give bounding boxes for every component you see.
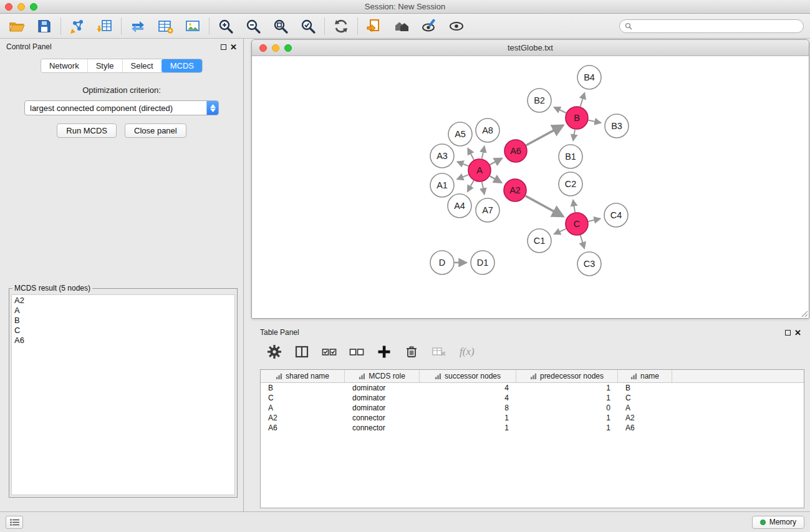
result-list-item[interactable]: C bbox=[14, 326, 234, 336]
zoom-in-button[interactable] bbox=[215, 16, 236, 36]
table-row[interactable]: Cdominator41C bbox=[261, 393, 804, 403]
table-cell[interactable]: A bbox=[261, 404, 345, 412]
home-button[interactable] bbox=[391, 16, 412, 36]
import-network-button[interactable] bbox=[67, 16, 88, 36]
result-list-item[interactable]: B bbox=[14, 316, 234, 326]
resize-handle[interactable] bbox=[799, 309, 808, 317]
column-header[interactable]: successor nodes bbox=[420, 370, 516, 382]
graph-node-A2[interactable]: A2 bbox=[504, 179, 526, 201]
import-table-button[interactable] bbox=[94, 16, 115, 36]
table-cell[interactable]: 1 bbox=[420, 423, 516, 432]
network-window-titlebar[interactable]: testGlobe.txt bbox=[252, 40, 809, 56]
graph-node-A5[interactable]: A5 bbox=[448, 122, 472, 146]
column-header[interactable]: shared name bbox=[261, 370, 345, 382]
graph-edge-B-B4[interactable] bbox=[581, 93, 585, 107]
graph-node-A8[interactable]: A8 bbox=[476, 118, 499, 142]
zoom-fit-button[interactable] bbox=[270, 16, 291, 36]
search-input[interactable] bbox=[635, 21, 798, 31]
graph-edge-A2-C[interactable] bbox=[526, 196, 563, 216]
table-cell[interactable]: A2 bbox=[261, 414, 345, 422]
table-cell[interactable]: dominator bbox=[345, 384, 420, 392]
tab-style[interactable]: Style bbox=[87, 59, 122, 72]
graph-node-A3[interactable]: A3 bbox=[430, 144, 454, 168]
graph-edge-B-B1[interactable] bbox=[573, 130, 575, 141]
graph-edge-A-A5[interactable] bbox=[468, 148, 474, 160]
session-document-button[interactable] bbox=[364, 16, 385, 36]
zoom-window-button[interactable] bbox=[284, 44, 292, 52]
task-history-button[interactable] bbox=[6, 516, 23, 529]
zoom-window-button[interactable] bbox=[30, 3, 37, 11]
table-cell[interactable]: C bbox=[261, 394, 345, 402]
graph-edge-C-C4[interactable] bbox=[589, 219, 600, 221]
table-cell[interactable]: connector bbox=[345, 414, 420, 422]
graph-node-A1[interactable]: A1 bbox=[430, 173, 454, 197]
close-panel-icon[interactable]: ✕ bbox=[794, 329, 801, 337]
result-list-item[interactable]: A6 bbox=[14, 336, 234, 346]
graph-edge-A-A7[interactable] bbox=[482, 182, 485, 195]
network-table-button[interactable] bbox=[155, 16, 176, 36]
criterion-dropdown[interactable]: largest connected component (directed) bbox=[24, 100, 219, 115]
float-panel-icon[interactable] bbox=[785, 330, 791, 336]
graph-edge-A-A2[interactable] bbox=[490, 176, 502, 183]
hide-graphics-details-button[interactable] bbox=[446, 16, 467, 36]
graph-edge-A-A1[interactable] bbox=[457, 175, 468, 179]
delete-column-button[interactable] bbox=[402, 343, 421, 360]
graph-node-A7[interactable]: A7 bbox=[476, 198, 499, 222]
table-cell[interactable]: dominator bbox=[345, 404, 420, 412]
graph-edge-C-C2[interactable] bbox=[573, 200, 575, 213]
table-cell[interactable]: 4 bbox=[420, 394, 516, 402]
close-panel-button[interactable]: Close panel bbox=[125, 123, 186, 138]
table-cell[interactable]: 4 bbox=[420, 384, 516, 392]
table-cell[interactable]: 1 bbox=[516, 394, 618, 402]
graph-node-A[interactable]: A bbox=[468, 159, 491, 181]
graph-node-A4[interactable]: A4 bbox=[448, 194, 471, 218]
image-export-button[interactable] bbox=[182, 16, 203, 36]
function-builder-button[interactable]: f(x) bbox=[457, 346, 475, 358]
refresh-network-button[interactable] bbox=[330, 16, 352, 36]
result-list-item[interactable]: A2 bbox=[14, 296, 234, 306]
table-cell[interactable]: 1 bbox=[516, 414, 618, 422]
graph-edge-A-A6[interactable] bbox=[490, 158, 502, 165]
table-cell[interactable]: C bbox=[618, 394, 672, 402]
column-header[interactable]: name bbox=[618, 370, 672, 382]
graph-node-A6[interactable]: A6 bbox=[504, 140, 527, 162]
graph-edge-A-A4[interactable] bbox=[468, 181, 474, 192]
graph-node-D1[interactable]: D1 bbox=[471, 251, 494, 274]
table-settings-button[interactable] bbox=[265, 343, 284, 360]
network-transfer-button[interactable] bbox=[127, 16, 148, 36]
graph-node-B1[interactable]: B1 bbox=[559, 145, 582, 168]
show-graphics-details-button[interactable] bbox=[418, 16, 440, 36]
search-field[interactable] bbox=[619, 19, 804, 33]
table-cell[interactable]: dominator bbox=[345, 394, 420, 402]
table-cell[interactable]: A2 bbox=[618, 414, 672, 422]
table-cell[interactable]: 1 bbox=[516, 384, 618, 392]
graph-edge-A6-B[interactable] bbox=[526, 125, 563, 145]
minimize-window-button[interactable] bbox=[272, 44, 279, 52]
graph-edge-C-C3[interactable] bbox=[581, 235, 585, 248]
network-canvas[interactable]: B4B2BB3A5A8A6B1A3AC2A1A2A4A7C4CC1C3DD1 bbox=[252, 56, 809, 318]
save-session-button[interactable] bbox=[34, 16, 55, 36]
table-cell[interactable]: A6 bbox=[261, 423, 345, 432]
table-cell[interactable]: 1 bbox=[420, 414, 516, 422]
memory-button[interactable]: Memory bbox=[752, 516, 804, 529]
column-visibility-button[interactable] bbox=[292, 343, 311, 360]
result-list-item[interactable]: A bbox=[14, 306, 234, 316]
mcds-result-list[interactable]: A2ABCA6 bbox=[11, 294, 235, 495]
table-row[interactable]: Adominator80A bbox=[261, 403, 804, 413]
table-row[interactable]: A2connector11A2 bbox=[261, 413, 804, 423]
close-window-button[interactable] bbox=[5, 3, 12, 11]
table-cell[interactable]: 1 bbox=[516, 423, 618, 432]
tab-network[interactable]: Network bbox=[41, 59, 87, 72]
table-cell[interactable]: B bbox=[261, 384, 345, 392]
graph-node-C1[interactable]: C1 bbox=[528, 229, 551, 253]
graph-node-C[interactable]: C bbox=[566, 213, 588, 235]
tab-select[interactable]: Select bbox=[122, 59, 162, 72]
graph-node-B[interactable]: B bbox=[566, 107, 588, 129]
minimize-window-button[interactable] bbox=[17, 3, 25, 11]
close-panel-icon[interactable]: ✕ bbox=[230, 43, 237, 51]
graph-node-C3[interactable]: C3 bbox=[577, 252, 601, 276]
graph-node-B2[interactable]: B2 bbox=[528, 89, 551, 112]
table-row[interactable]: A6connector11A6 bbox=[261, 423, 804, 433]
table-cell[interactable]: 0 bbox=[516, 404, 618, 412]
table-cell[interactable]: connector bbox=[345, 423, 420, 432]
